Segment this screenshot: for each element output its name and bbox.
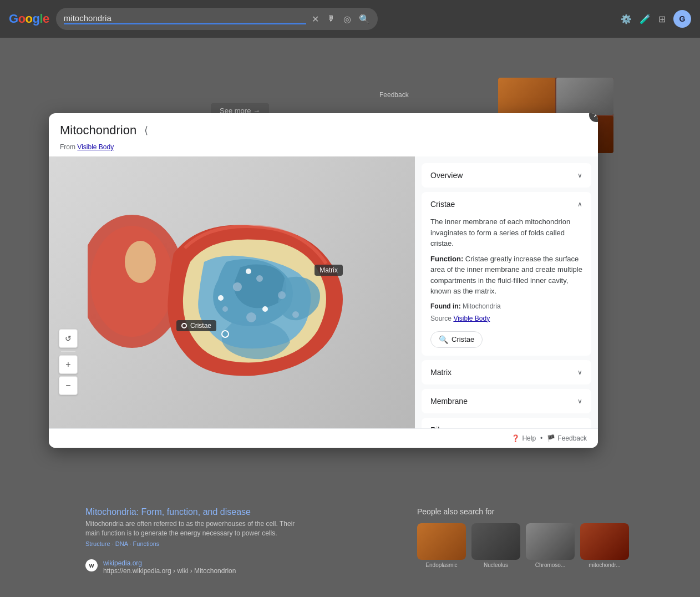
- mitochondria-3d-view: [49, 156, 415, 428]
- modal-source: From Visible Body: [49, 143, 598, 156]
- feedback-button[interactable]: 🏴 Feedback: [547, 434, 587, 442]
- wikipedia-icon: w: [85, 559, 98, 571]
- chevron-down-icon: ∨: [577, 171, 582, 179]
- svg-point-1: [90, 226, 174, 337]
- thumb-img-chromoso: [526, 523, 575, 560]
- modal-body: Matrix Cristae ↺ + − Overview ∨: [49, 156, 598, 428]
- mitochondria-svg: [88, 176, 376, 409]
- cristae-source: Source Visible Body: [430, 313, 582, 323]
- bg-img-cell-2: [556, 78, 613, 115]
- info-panel: Overview ∨ Cristae ∧ The inner membrane …: [415, 156, 598, 428]
- bg-people-search-title: People also search for: [417, 507, 494, 516]
- chevron-down-membrane-icon: ∨: [577, 397, 582, 405]
- cristae-search-chip[interactable]: 🔍 Cristae: [430, 331, 483, 348]
- help-icon: ❓: [511, 434, 520, 442]
- cristae-found-in: Found in: Mitochondria: [430, 301, 582, 311]
- clear-icon[interactable]: ✕: [312, 14, 319, 24]
- svg-point-7: [222, 306, 228, 312]
- 3d-viewer[interactable]: Matrix Cristae ↺ + −: [49, 156, 415, 428]
- thumb-nucleolus[interactable]: Nucleolus: [471, 523, 520, 568]
- footer-divider-dot: •: [540, 434, 542, 442]
- ctrl-divider: [61, 351, 75, 352]
- accordion-ribosomes-header[interactable]: Ribosomes ∨: [422, 418, 591, 429]
- bg-article-desc: Mitochondria are often referred to as th…: [85, 519, 296, 538]
- search-bar-icons: ✕ 🎙 ◎ 🔍: [312, 14, 370, 24]
- search-input-text: mitochondria: [64, 13, 306, 24]
- avatar[interactable]: G: [673, 10, 691, 28]
- wiki-url[interactable]: wikipedia.org: [103, 559, 236, 567]
- bg-article: Mitochondria: Form, function, and diseas…: [85, 507, 296, 547]
- svg-point-12: [222, 331, 229, 337]
- lens-icon[interactable]: ◎: [343, 14, 351, 24]
- wiki-path: https://en.wikipedia.org › wiki › Mitoch…: [103, 567, 236, 575]
- accordion-cristae-header[interactable]: Cristae ∧: [422, 192, 591, 216]
- accordion-matrix-header[interactable]: Matrix ∨: [422, 360, 591, 384]
- accordion-cristae[interactable]: Cristae ∧ The inner membrane of each mit…: [422, 192, 591, 356]
- source-link[interactable]: Visible Body: [77, 143, 114, 151]
- svg-point-10: [218, 295, 224, 301]
- browser-chrome: Google mitochondria ✕ 🎙 ◎ 🔍 ⚙️ 🧪 ⊞ G: [0, 0, 700, 38]
- zoom-in-button[interactable]: +: [59, 355, 78, 374]
- accordion-ribosomes[interactable]: Ribosomes ∨: [422, 418, 591, 429]
- cristae-function: Function: Cristae greatly increase the s…: [430, 254, 582, 297]
- thumb-label-nucleolus: Nucleolus: [471, 562, 520, 568]
- accordion-overview[interactable]: Overview ∨: [422, 163, 591, 188]
- feedback-icon: 🏴: [547, 434, 555, 442]
- modal-title: Mitochondrion: [60, 123, 136, 138]
- google-logo: Google: [9, 12, 49, 26]
- thumb-mitochondr[interactable]: mitochondr...: [580, 523, 629, 568]
- cristae-dot: [181, 323, 187, 328]
- share-button[interactable]: ⟨: [142, 122, 150, 139]
- svg-point-9: [246, 269, 251, 274]
- bg-img-cell-1: [498, 78, 555, 115]
- bg-feedback-text: Feedback: [379, 91, 409, 99]
- zoom-out-button[interactable]: −: [59, 376, 78, 395]
- knowledge-panel-modal: ✕ Mitochondrion ⟨ From Visible Body: [49, 113, 598, 448]
- chevron-down-matrix-icon: ∨: [577, 368, 582, 376]
- accordion-membrane[interactable]: Membrane ∨: [422, 389, 591, 413]
- labs-icon[interactable]: 🧪: [640, 14, 651, 24]
- thumb-img-endoplasmic: [417, 523, 466, 560]
- viewer-controls: ↺ + −: [59, 329, 78, 395]
- search-bar[interactable]: mitochondria ✕ 🎙 ◎ 🔍: [56, 8, 378, 30]
- help-button[interactable]: ❓ Help: [511, 434, 536, 442]
- cristae-label: Cristae: [176, 320, 216, 331]
- search-icon[interactable]: 🔍: [359, 14, 370, 24]
- thumb-chromoso[interactable]: Chromoso...: [526, 523, 575, 568]
- bg-wiki: w wikipedia.org https://en.wikipedia.org…: [85, 559, 236, 575]
- svg-point-11: [262, 306, 268, 312]
- apps-icon[interactable]: ⊞: [658, 14, 666, 24]
- rotate-button[interactable]: ↺: [59, 329, 78, 348]
- accordion-overview-header[interactable]: Overview ∨: [422, 163, 591, 188]
- thumb-label-mitochondr: mitochondr...: [580, 562, 629, 568]
- svg-point-3: [233, 282, 242, 291]
- modal-header: Mitochondrion ⟨: [49, 113, 598, 143]
- modal-footer: ❓ Help • 🏴 Feedback: [49, 428, 598, 448]
- bg-thumbnails: Endoplasmic Nucleolus Chromoso... mitoch…: [417, 523, 629, 568]
- cristae-source-link[interactable]: Visible Body: [453, 315, 490, 322]
- chevron-down-ribosomes-icon: ∨: [577, 426, 582, 429]
- svg-point-2: [125, 241, 156, 283]
- thumb-img-mitochondr: [580, 523, 629, 560]
- accordion-membrane-header[interactable]: Membrane ∨: [422, 389, 591, 413]
- accordion-cristae-content: The inner membrane of each mitochondrion…: [422, 216, 591, 356]
- thumb-endoplasmic[interactable]: Endoplasmic: [417, 523, 466, 568]
- settings-icon[interactable]: ⚙️: [621, 14, 632, 24]
- bg-article-title[interactable]: Mitochondria: Form, function, and diseas…: [85, 507, 296, 517]
- thumb-label-chromoso: Chromoso...: [526, 562, 575, 568]
- svg-point-8: [292, 311, 299, 318]
- thumb-img-nucleolus: [471, 523, 520, 560]
- search-chip-icon: 🔍: [439, 335, 448, 344]
- chevron-up-icon: ∧: [577, 200, 582, 208]
- svg-point-4: [256, 275, 263, 282]
- accordion-matrix[interactable]: Matrix ∨: [422, 360, 591, 384]
- svg-point-5: [278, 291, 286, 299]
- svg-point-6: [246, 312, 256, 322]
- thumb-label-endoplasmic: Endoplasmic: [417, 562, 466, 568]
- mic-icon[interactable]: 🎙: [327, 14, 336, 24]
- browser-right-icons: ⚙️ 🧪 ⊞ G: [621, 10, 691, 28]
- cristae-description: The inner membrane of each mitochondrion…: [430, 216, 582, 249]
- bg-article-tags[interactable]: Structure · DNA · Functions: [85, 540, 296, 547]
